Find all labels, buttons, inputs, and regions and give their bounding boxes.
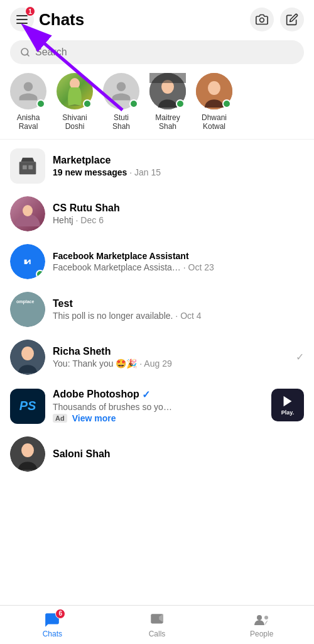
chats-nav-label: Chats	[43, 630, 62, 638]
calls-nav-label: Calls	[149, 630, 166, 638]
richa-sheth-avatar	[10, 340, 45, 375]
svg-line-2	[27, 54, 29, 56]
chats-icon-wrap: 6	[44, 612, 60, 628]
svg-point-25	[257, 615, 262, 620]
people-nav-label: People	[250, 630, 273, 638]
story-item-dhwani[interactable]: DhwaniKotwal	[196, 73, 232, 131]
hamburger-icon	[16, 15, 28, 24]
svg-rect-11	[28, 165, 33, 169]
chat-item-saloni-shah[interactable]: Saloni Shah	[0, 430, 314, 478]
svg-rect-9	[19, 162, 36, 174]
search-input[interactable]	[35, 47, 294, 58]
chat-item-test[interactable]: omplace Test This poll is no longer avai…	[0, 286, 314, 333]
adobe-ps-info: Adobe Photoshop ✓ Thousands of brushes s…	[53, 389, 264, 423]
chat-list: Marketplace 19 new messages · Jan 15	[0, 142, 314, 478]
story-name-stuti: StutiShah	[112, 113, 130, 131]
saloni-shah-name: Saloni Shah	[53, 448, 304, 460]
header-actions	[250, 8, 304, 31]
compose-button[interactable]	[280, 8, 304, 31]
play-thumbnail[interactable]: Play.	[271, 389, 304, 421]
story-item-anisha[interactable]: AnishaRaval	[10, 73, 46, 131]
cs-rutu-shah-info: CS Rutu Shah Hehtj · Dec 6	[53, 203, 304, 225]
story-name-shivani: ShivaniDoshi	[62, 113, 87, 131]
saloni-shah-avatar	[10, 436, 45, 472]
header-left: 1 Chats	[10, 8, 84, 31]
chats-badge: 6	[55, 609, 65, 619]
play-label: Play.	[281, 409, 294, 416]
compose-icon	[286, 13, 298, 26]
svg-point-26	[264, 616, 268, 619]
svg-rect-6	[149, 73, 186, 83]
story-name-anisha: AnishaRaval	[17, 113, 40, 131]
test-preview: This poll is no longer available. · Oct …	[53, 311, 304, 321]
test-avatar: omplace	[10, 292, 45, 327]
search-icon	[20, 47, 30, 57]
marketplace-preview: 19 new messages · Jan 15	[53, 167, 304, 177]
fb-marketplace-avatar	[10, 244, 45, 279]
nav-item-people[interactable]: People	[209, 612, 314, 638]
svg-rect-10	[23, 165, 27, 169]
read-check-icon: ✓	[296, 351, 304, 363]
people-icon-wrap	[253, 612, 271, 628]
adobe-ps-preview: Thousands of brushes so yo…	[53, 402, 264, 412]
richa-sheth-meta: ✓	[296, 351, 304, 363]
chat-item-marketplace[interactable]: Marketplace 19 new messages · Jan 15	[0, 142, 314, 190]
online-indicator	[222, 99, 231, 108]
verified-badge-icon: ✓	[142, 389, 150, 401]
fb-marketplace-info: Facebook Marketplace Assistant Facebook …	[53, 251, 304, 272]
story-item-stuti[interactable]: StutiShah	[103, 73, 139, 131]
svg-point-20	[21, 443, 34, 457]
svg-text:omplace: omplace	[16, 299, 35, 304]
story-item-shivani[interactable]: ShivaniDoshi	[57, 73, 93, 131]
fb-marketplace-online	[36, 270, 45, 279]
online-indicator	[83, 99, 92, 108]
ad-label: Ad	[53, 414, 67, 423]
cs-rutu-shah-name: CS Rutu Shah	[53, 203, 304, 214]
test-info: Test This poll is no longer available. ·…	[53, 298, 304, 321]
svg-point-8	[208, 81, 220, 95]
people-icon	[253, 612, 271, 628]
view-more-link[interactable]: View more	[72, 413, 116, 423]
stories-row: AnishaRaval ShivaniDoshi	[0, 70, 314, 139]
marketplace-info: Marketplace 19 new messages · Jan 15	[53, 155, 304, 177]
richa-sheth-info: Richa Sheth You: Thank you 🤩🎉 · Aug 29	[53, 346, 288, 369]
fb-marketplace-name: Facebook Marketplace Assistant	[53, 251, 304, 261]
svg-point-17	[21, 347, 34, 360]
calls-icon	[149, 612, 165, 628]
chat-item-adobe-photoshop[interactable]: PS Adobe Photoshop ✓ Thousands of brushe…	[0, 381, 314, 430]
header: 1 Chats	[0, 0, 314, 36]
nav-item-chats[interactable]: 6 Chats	[0, 612, 105, 638]
marketplace-icon	[10, 148, 45, 184]
page-title: Chats	[39, 10, 84, 30]
cs-rutu-shah-avatar	[10, 196, 45, 231]
calls-icon-wrap	[149, 612, 165, 628]
fb-marketplace-preview: Facebook Marketplace Assista… · Oct 23	[53, 262, 304, 272]
test-name: Test	[53, 298, 304, 309]
richa-sheth-preview: You: Thank you 🤩🎉 · Aug 29	[53, 358, 288, 369]
search-bar	[10, 40, 304, 64]
adobe-ps-icon: PS	[10, 389, 45, 424]
divider	[0, 139, 314, 140]
story-item-maitrey[interactable]: MaitreyShah	[149, 73, 186, 131]
svg-marker-18	[284, 396, 292, 407]
story-name-maitrey: MaitreyShah	[155, 113, 180, 131]
nav-item-calls[interactable]: Calls	[105, 612, 210, 638]
adobe-ps-name: Adobe Photoshop ✓	[53, 389, 264, 401]
svg-point-13	[23, 205, 33, 216]
story-name-dhwani: DhwaniKotwal	[202, 113, 227, 131]
svg-point-14	[10, 292, 45, 327]
menu-notification-badge: 1	[25, 6, 35, 16]
camera-button[interactable]	[250, 8, 274, 31]
marketplace-name: Marketplace	[53, 155, 304, 166]
chat-item-fb-marketplace[interactable]: Facebook Marketplace Assistant Facebook …	[0, 238, 314, 286]
saloni-shah-info: Saloni Shah	[53, 448, 304, 460]
online-indicator	[36, 99, 45, 108]
richa-sheth-name: Richa Sheth	[53, 346, 288, 357]
camera-icon	[256, 13, 268, 26]
svg-point-0	[260, 18, 264, 23]
chat-item-richa-sheth[interactable]: Richa Sheth You: Thank you 🤩🎉 · Aug 29 ✓	[0, 333, 314, 381]
online-indicator	[176, 99, 185, 108]
menu-button[interactable]: 1	[10, 8, 34, 31]
chat-item-cs-rutu-shah[interactable]: CS Rutu Shah Hehtj · Dec 6	[0, 190, 314, 238]
cs-rutu-shah-preview: Hehtj · Dec 6	[53, 215, 304, 225]
